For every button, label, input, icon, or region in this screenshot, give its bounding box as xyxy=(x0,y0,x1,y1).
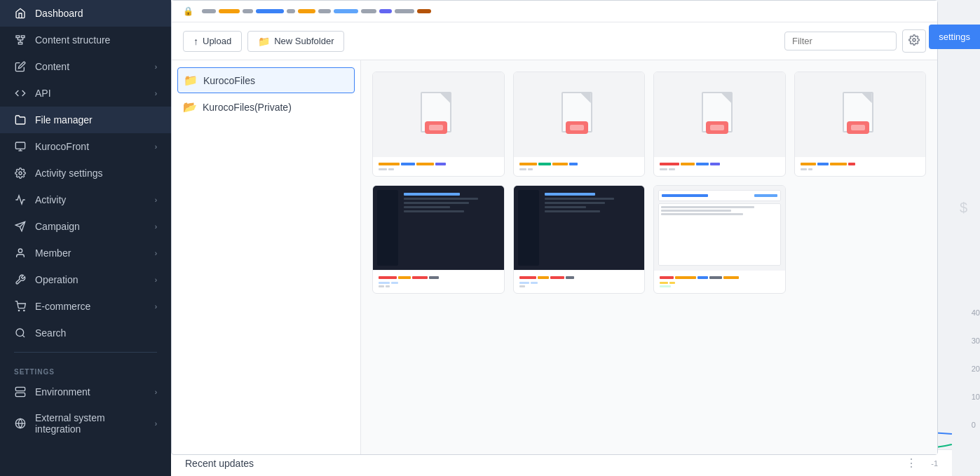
fm-tab xyxy=(202,9,216,13)
sidebar-item-external-system[interactable]: External system integration › xyxy=(0,405,171,442)
sidebar-item-environment[interactable]: Environment › xyxy=(0,379,171,405)
cart-icon xyxy=(14,300,27,313)
sidebar-label-member: Member xyxy=(35,247,71,259)
file-card-3[interactable] xyxy=(653,72,786,177)
new-subfolder-label: New Subfolder xyxy=(274,36,334,46)
settings-right-button[interactable]: settings xyxy=(929,25,980,49)
chevron-icon: › xyxy=(155,303,157,311)
file-info-6 xyxy=(514,270,645,293)
recent-updates-menu[interactable]: ⋮ xyxy=(906,456,917,470)
recent-updates-label: Recent updates xyxy=(185,458,254,469)
svg-point-15 xyxy=(24,310,25,311)
svg-rect-2 xyxy=(18,42,22,44)
sidebar-item-activity-settings[interactable]: Activity settings xyxy=(0,160,171,186)
sidebar-item-member[interactable]: Member › xyxy=(0,240,171,266)
sidebar-label-content-structure: Content structure xyxy=(35,34,110,46)
sidebar-item-kurocofront[interactable]: KurocoFront › xyxy=(0,133,171,160)
sidebar-label-activity-settings: Activity settings xyxy=(35,168,102,179)
sidebar-item-content-structure[interactable]: Content structure xyxy=(0,27,171,53)
sidebar-label-external-system: External system integration xyxy=(35,412,147,435)
chevron-icon: › xyxy=(155,223,157,231)
folder-light-icon: 📂 xyxy=(183,100,197,114)
tree-item-kuroco-files[interactable]: 📁 KurocoFiles xyxy=(177,67,355,93)
fm-tree: 📁 KurocoFiles 📂 KurocoFiles(Private) xyxy=(172,60,361,454)
sidebar-label-file-manager: File manager xyxy=(35,114,93,125)
svg-rect-18 xyxy=(15,387,25,390)
file-info-3 xyxy=(654,156,785,176)
file-info-7 xyxy=(654,270,785,293)
fm-tab xyxy=(417,9,431,13)
file-card-1[interactable] xyxy=(372,72,505,177)
file-thumb-5 xyxy=(373,186,504,270)
y-label-40: 40 xyxy=(972,308,980,317)
settings-section-label: SETTINGS xyxy=(0,358,171,379)
file-thumb-7 xyxy=(654,186,785,270)
monitor-icon xyxy=(14,140,27,153)
chevron-icon: › xyxy=(155,388,157,396)
fm-toolbar: ↑ Upload 📁 New Subfolder xyxy=(172,22,937,60)
fm-body: 📁 KurocoFiles 📂 KurocoFiles(Private) xyxy=(172,60,937,454)
tree-item-kuroco-private[interactable]: 📂 KurocoFiles(Private) xyxy=(172,95,360,119)
sidebar-item-activity[interactable]: Activity › xyxy=(0,186,171,213)
sidebar-item-content[interactable]: Content › xyxy=(0,53,171,80)
file-card-7[interactable] xyxy=(653,185,786,294)
svg-rect-19 xyxy=(15,393,25,396)
file-card-6[interactable] xyxy=(513,185,646,294)
svg-point-24 xyxy=(913,39,916,41)
svg-point-10 xyxy=(19,172,22,175)
sidebar: Dashboard Content structure Content › AP… xyxy=(0,0,171,476)
new-subfolder-button[interactable]: 📁 New Subfolder xyxy=(247,31,344,52)
send-icon xyxy=(14,220,27,233)
sitemap-icon xyxy=(14,34,27,46)
sidebar-label-content: Content xyxy=(35,61,69,72)
sidebar-label-campaign: Campaign xyxy=(35,221,80,232)
sidebar-label-search: Search xyxy=(35,327,66,339)
folder-icon xyxy=(14,114,27,126)
file-card-2[interactable] xyxy=(513,72,646,177)
file-thumb-1 xyxy=(373,72,504,156)
sidebar-label-kurocofront: KurocoFront xyxy=(35,141,89,152)
file-info-5 xyxy=(373,270,504,293)
upload-button[interactable]: ↑ Upload xyxy=(183,31,242,52)
code-icon xyxy=(14,87,27,100)
doc-icon xyxy=(421,92,456,137)
chevron-icon: › xyxy=(155,63,157,71)
tree-item-label-private: KurocoFiles(Private) xyxy=(203,102,292,113)
sidebar-item-operation[interactable]: Operation › xyxy=(0,266,171,293)
home-icon xyxy=(14,7,27,20)
filter-input[interactable] xyxy=(784,32,897,50)
sidebar-divider xyxy=(14,352,157,353)
sidebar-item-api[interactable]: API › xyxy=(0,80,171,107)
fm-tab xyxy=(287,9,295,13)
fm-tab xyxy=(395,9,414,13)
dollar-sign-icon: $ xyxy=(960,200,967,216)
svg-point-16 xyxy=(16,329,24,336)
y-label-30: 30 xyxy=(972,336,980,345)
y-axis-labels: 40 30 20 10 0 xyxy=(972,308,980,429)
chevron-icon: › xyxy=(155,276,157,284)
sidebar-label-operation: Operation xyxy=(35,274,78,285)
fm-tab xyxy=(318,9,331,13)
file-card-5[interactable] xyxy=(372,185,505,294)
svg-line-17 xyxy=(22,335,25,337)
tool-icon xyxy=(14,273,27,286)
sidebar-label-api: API xyxy=(35,88,51,99)
sidebar-item-search[interactable]: Search xyxy=(0,320,171,346)
sidebar-item-dashboard[interactable]: Dashboard xyxy=(0,0,171,27)
sidebar-label-environment: Environment xyxy=(35,386,90,397)
file-card-4[interactable] xyxy=(794,72,927,177)
edit-icon xyxy=(14,60,27,73)
sidebar-item-file-manager[interactable]: File manager xyxy=(0,107,171,133)
globe-icon xyxy=(14,417,27,430)
file-thumb-3 xyxy=(654,72,785,156)
fm-tab xyxy=(256,9,284,13)
file-manager-panel: 🔒 ↑ Upload 📁 xyxy=(171,0,938,455)
file-thumb-2 xyxy=(514,72,645,156)
chevron-icon: › xyxy=(155,420,157,428)
fm-settings-button[interactable] xyxy=(902,29,926,53)
chart-x-labels: -1 xyxy=(931,459,938,468)
sidebar-label-ecommerce: E-commerce xyxy=(35,301,90,312)
sidebar-item-campaign[interactable]: Campaign › xyxy=(0,213,171,240)
user-icon xyxy=(14,247,27,259)
sidebar-item-ecommerce[interactable]: E-commerce › xyxy=(0,293,171,320)
